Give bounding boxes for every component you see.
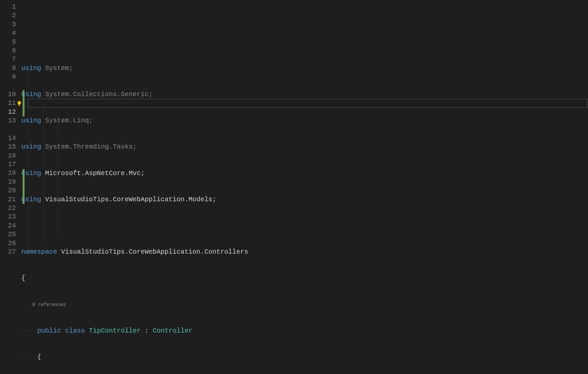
line-number: 22	[0, 204, 21, 213]
codelens-gap	[0, 82, 21, 90]
line-number: 27	[0, 248, 21, 256]
line-number: 24	[0, 221, 21, 230]
line-number: 16	[0, 152, 21, 160]
line-number: 6	[0, 46, 21, 55]
line-number: 10	[0, 90, 21, 99]
line-number: 15	[0, 143, 21, 151]
line-number: 26	[0, 239, 21, 248]
code-line[interactable]: using System;	[21, 64, 588, 73]
line-number: 8	[0, 64, 21, 73]
code-area[interactable]: using System; using System.Collections.G…	[21, 0, 588, 374]
line-number: 20	[0, 186, 21, 195]
code-line[interactable]	[21, 221, 588, 230]
lightbulb-icon[interactable]	[16, 99, 23, 107]
code-line[interactable]: using System.Collections.Generic;	[21, 90, 588, 99]
code-line[interactable]: using VisualStudioTips.CoreWebApplicatio…	[21, 195, 588, 204]
line-number: 14	[0, 134, 21, 143]
line-number: 4	[0, 29, 21, 37]
line-number: 7	[0, 55, 21, 64]
code-line[interactable]: ····{	[21, 353, 588, 361]
line-number: 2	[0, 11, 21, 20]
line-number: 12	[0, 108, 21, 116]
line-number: 13	[0, 116, 21, 125]
code-line[interactable]: ····public class TipController : Control…	[21, 327, 588, 335]
line-number-gutter: 1 2 3 4 5 6 7 8 9 10 11 12 13 14 15 16 1…	[0, 0, 21, 374]
code-line[interactable]: namespace VisualStudioTips.CoreWebApplic…	[21, 248, 588, 256]
codelens[interactable]: ····0 references	[21, 300, 588, 309]
code-line[interactable]: {	[21, 274, 588, 282]
line-number: 18	[0, 169, 21, 177]
line-number: 21	[0, 195, 21, 204]
code-line[interactable]: using System.Linq;	[21, 116, 588, 125]
line-number: 1	[0, 3, 21, 11]
line-number: 19	[0, 178, 21, 186]
line-number: 17	[0, 160, 21, 169]
line-number: 23	[0, 213, 21, 221]
code-line[interactable]: using Microsoft.AspNetCore.Mvc;	[21, 169, 588, 178]
code-line[interactable]: using System.Threading.Tasks;	[21, 143, 588, 151]
codelens-gap	[0, 125, 21, 134]
code-editor[interactable]: 1 2 3 4 5 6 7 8 9 10 11 12 13 14 15 16 1…	[0, 0, 588, 374]
svg-rect-0	[18, 105, 20, 106]
line-number: 5	[0, 38, 21, 46]
line-number: 25	[0, 230, 21, 239]
line-number: 3	[0, 20, 21, 29]
line-number: 9	[0, 73, 21, 81]
